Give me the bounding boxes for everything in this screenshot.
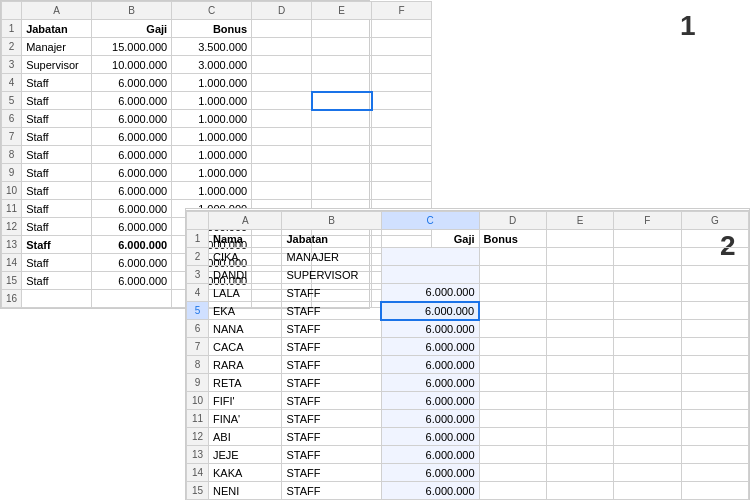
sheet2-cell-r3-c1[interactable]: DANDI [209,266,282,284]
sheet2-cell-r9-c4[interactable] [479,374,546,392]
col2-header-b[interactable]: B [282,212,381,230]
sheet2-cell-r9-c2[interactable]: STAFF [282,374,381,392]
sheet1-cell-r2-c6[interactable] [372,38,432,56]
sheet2-cell-r10-c1[interactable]: FIFI' [209,392,282,410]
sheet2-cell-r3-c6[interactable] [614,266,681,284]
sheet1-cell-r1-c4[interactable] [252,20,312,38]
col2-header-f[interactable]: F [614,212,681,230]
sheet1-cell-r9-c3[interactable]: 1.000.000 [172,164,252,182]
col-header-b[interactable]: B [92,2,172,20]
sheet2-cell-r3-c5[interactable] [546,266,613,284]
sheet2-cell-r4-c4[interactable] [479,284,546,302]
sheet1-cell-r3-c6[interactable] [372,56,432,74]
sheet1-cell-r10-c2[interactable]: 6.000.000 [92,182,172,200]
sheet2-cell-r13-c3[interactable]: 6.000.000 [381,446,479,464]
sheet2-cell-r10-c2[interactable]: STAFF [282,392,381,410]
sheet1-cell-r15-c1[interactable]: Staff [22,272,92,290]
sheet1-cell-r1-c1[interactable]: Jabatan [22,20,92,38]
sheet2-cell-r10-c5[interactable] [546,392,613,410]
sheet1-cell-r9-c4[interactable] [252,164,312,182]
sheet1-cell-r12-c1[interactable]: Staff [22,218,92,236]
sheet2-cell-r1-c1[interactable]: Nama [209,230,282,248]
sheet2-cell-r8-c7[interactable] [681,356,748,374]
sheet1-cell-r1-c5[interactable] [312,20,372,38]
sheet2-cell-r7-c1[interactable]: CACA [209,338,282,356]
sheet2-cell-r5-c6[interactable] [614,302,681,320]
col2-header-e[interactable]: E [546,212,613,230]
sheet1-cell-r6-c2[interactable]: 6.000.000 [92,110,172,128]
sheet2-cell-r14-c5[interactable] [546,464,613,482]
sheet2-cell-r7-c3[interactable]: 6.000.000 [381,338,479,356]
sheet2-cell-r2-c7[interactable] [681,248,748,266]
sheet1-cell-r3-c2[interactable]: 10.000.000 [92,56,172,74]
sheet1-cell-r4-c1[interactable]: Staff [22,74,92,92]
col-header-d[interactable]: D [252,2,312,20]
col2-header-a[interactable]: A [209,212,282,230]
sheet2-cell-r15-c6[interactable] [614,482,681,500]
sheet1-cell-r1-c3[interactable]: Bonus [172,20,252,38]
sheet2-cell-r9-c7[interactable] [681,374,748,392]
sheet1-cell-r13-c2[interactable]: 6.000.000 [92,236,172,254]
sheet1-cell-r4-c4[interactable] [252,74,312,92]
sheet2-cell-r2-c1[interactable]: CIKA [209,248,282,266]
sheet2-cell-r8-c5[interactable] [546,356,613,374]
sheet1-cell-r11-c2[interactable]: 6.000.000 [92,200,172,218]
sheet1-cell-r8-c4[interactable] [252,146,312,164]
sheet2-cell-r2-c5[interactable] [546,248,613,266]
sheet1-cell-r8-c5[interactable] [312,146,372,164]
col-header-e[interactable]: E [312,2,372,20]
sheet1-cell-r2-c4[interactable] [252,38,312,56]
sheet2-cell-r2-c2[interactable]: MANAJER [282,248,381,266]
sheet1-cell-r9-c1[interactable]: Staff [22,164,92,182]
sheet1-cell-r10-c6[interactable] [372,182,432,200]
col2-header-g[interactable]: G [681,212,748,230]
sheet2-cell-r11-c4[interactable] [479,410,546,428]
sheet1-cell-r6-c1[interactable]: Staff [22,110,92,128]
sheet2-cell-r12-c1[interactable]: ABI [209,428,282,446]
sheet2-cell-r15-c5[interactable] [546,482,613,500]
sheet2-cell-r15-c7[interactable] [681,482,748,500]
sheet2-cell-r10-c4[interactable] [479,392,546,410]
sheet2-cell-r14-c4[interactable] [479,464,546,482]
sheet2-cell-r9-c3[interactable]: 6.000.000 [381,374,479,392]
sheet2-cell-r15-c1[interactable]: NENI [209,482,282,500]
sheet2-cell-r4-c7[interactable] [681,284,748,302]
sheet2-cell-r7-c4[interactable] [479,338,546,356]
sheet2-cell-r4-c5[interactable] [546,284,613,302]
sheet1-cell-r10-c1[interactable]: Staff [22,182,92,200]
sheet2-cell-r12-c5[interactable] [546,428,613,446]
sheet2-cell-r1-c4[interactable]: Bonus [479,230,546,248]
sheet2-cell-r2-c6[interactable] [614,248,681,266]
sheet1-cell-r5-c4[interactable] [252,92,312,110]
sheet1-cell-r5-c6[interactable] [372,92,432,110]
sheet1-cell-r2-c2[interactable]: 15.000.000 [92,38,172,56]
col2-header-d[interactable]: D [479,212,546,230]
sheet1-cell-r14-c2[interactable]: 6.000.000 [92,254,172,272]
sheet2-cell-r4-c2[interactable]: STAFF [282,284,381,302]
sheet1-cell-r7-c4[interactable] [252,128,312,146]
col2-header-c[interactable]: C [381,212,479,230]
sheet1-cell-r13-c1[interactable]: Staff [22,236,92,254]
sheet2-cell-r3-c4[interactable] [479,266,546,284]
sheet2-cell-r12-c6[interactable] [614,428,681,446]
sheet2-cell-r9-c1[interactable]: RETA [209,374,282,392]
sheet2-cell-r6-c4[interactable] [479,320,546,338]
sheet1-cell-r7-c6[interactable] [372,128,432,146]
sheet2-cell-r4-c1[interactable]: LALA [209,284,282,302]
sheet2-cell-r5-c5[interactable] [546,302,613,320]
sheet1-cell-r11-c1[interactable]: Staff [22,200,92,218]
sheet2-cell-r7-c2[interactable]: STAFF [282,338,381,356]
sheet2-cell-r10-c3[interactable]: 6.000.000 [381,392,479,410]
sheet1-cell-r6-c5[interactable] [312,110,372,128]
sheet2-cell-r6-c5[interactable] [546,320,613,338]
sheet1-cell-r1-c6[interactable] [372,20,432,38]
sheet1-cell-r5-c1[interactable]: Staff [22,92,92,110]
sheet2-cell-r12-c4[interactable] [479,428,546,446]
sheet2-cell-r6-c1[interactable]: NANA [209,320,282,338]
sheet1-cell-r4-c3[interactable]: 1.000.000 [172,74,252,92]
sheet2-cell-r5-c4[interactable] [479,302,546,320]
sheet1-cell-r9-c6[interactable] [372,164,432,182]
col-header-c[interactable]: C [172,2,252,20]
sheet1-cell-r3-c5[interactable] [312,56,372,74]
sheet2-cell-r15-c4[interactable] [479,482,546,500]
